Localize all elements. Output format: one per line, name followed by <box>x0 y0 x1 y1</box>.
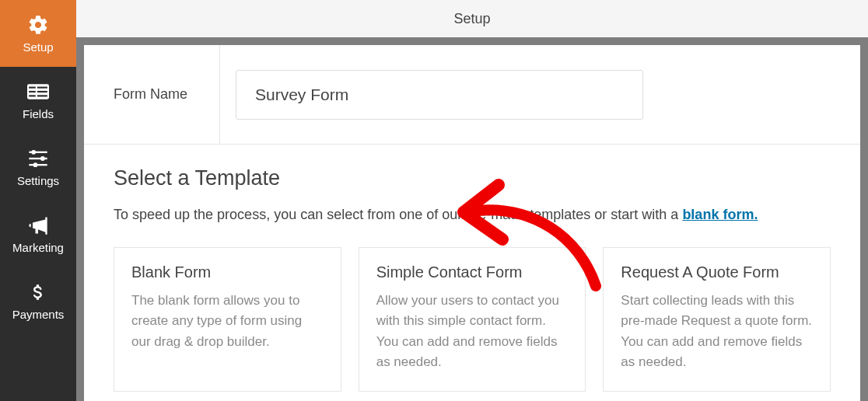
sidebar-item-label: Marketing <box>12 241 64 254</box>
blank-form-link[interactable]: blank form. <box>682 207 758 222</box>
gear-icon <box>27 14 49 36</box>
svg-rect-4 <box>37 86 47 88</box>
svg-point-10 <box>31 149 36 154</box>
svg-rect-3 <box>29 95 36 96</box>
svg-rect-9 <box>29 164 47 166</box>
sidebar-item-marketing[interactable]: Marketing <box>0 200 76 267</box>
template-card-simple-contact[interactable]: Simple Contact Form Allow your users to … <box>359 247 586 392</box>
sidebar-item-label: Payments <box>12 308 65 321</box>
template-card-title: Request A Quote Form <box>621 263 813 281</box>
sidebar-item-setup[interactable]: Setup <box>0 0 76 67</box>
svg-rect-6 <box>37 95 47 96</box>
sidebar-item-payments[interactable]: Payments <box>0 267 76 334</box>
template-intro: To speed up the process, you can select … <box>114 204 831 225</box>
svg-rect-5 <box>37 90 47 92</box>
svg-point-11 <box>40 156 45 161</box>
content-frame: Form Name Select a Template To speed up … <box>76 37 868 401</box>
sidebar-item-settings[interactable]: Settings <box>0 134 76 200</box>
form-name-label: Form Name <box>84 45 220 144</box>
dollar-icon <box>27 281 49 303</box>
topbar-title: Setup <box>453 11 490 27</box>
svg-rect-2 <box>29 90 36 92</box>
sidebar: Setup Fields Settings Marketing Payments <box>0 0 76 401</box>
template-card-desc: Allow your users to contact you with thi… <box>376 291 569 372</box>
sliders-icon <box>27 148 49 169</box>
topbar: Setup <box>76 0 868 37</box>
svg-point-12 <box>33 162 38 167</box>
bullhorn-icon <box>27 214 49 236</box>
setup-panel: Form Name Select a Template To speed up … <box>84 45 860 401</box>
template-card-desc: Start collecting leads with this pre-mad… <box>621 291 813 372</box>
sidebar-item-label: Setup <box>23 40 53 54</box>
template-card-title: Simple Contact Form <box>376 263 569 281</box>
template-card-desc: The blank form allows you to create any … <box>131 291 324 352</box>
template-card-blank[interactable]: Blank Form The blank form allows you to … <box>114 247 341 392</box>
fields-icon <box>27 81 49 103</box>
svg-rect-1 <box>29 86 36 88</box>
template-card-request-quote[interactable]: Request A Quote Form Start collecting le… <box>603 247 831 392</box>
template-intro-text: To speed up the process, you can select … <box>114 207 682 222</box>
form-name-row: Form Name <box>84 45 860 145</box>
form-name-input-cell <box>220 70 860 120</box>
sidebar-item-label: Settings <box>17 174 59 187</box>
template-cards: Blank Form The blank form allows you to … <box>114 247 831 392</box>
form-name-input[interactable] <box>236 70 643 120</box>
template-section: Select a Template To speed up the proces… <box>84 145 860 392</box>
template-heading: Select a Template <box>114 166 831 190</box>
template-card-title: Blank Form <box>131 263 324 281</box>
sidebar-item-label: Fields <box>23 107 54 120</box>
sidebar-item-fields[interactable]: Fields <box>0 67 76 134</box>
